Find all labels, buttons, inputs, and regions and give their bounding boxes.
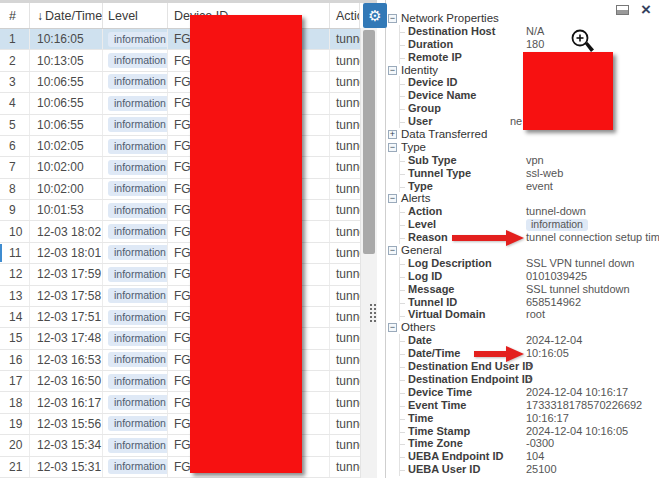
cell-row-number: 17	[0, 371, 30, 391]
table-row[interactable]: 18 12-03 16:17 information FG1K tunnel-d…	[0, 392, 360, 413]
table-row[interactable]: 17 12-03 16:50 information FG1K tunnel-u…	[0, 371, 360, 392]
expander-icon[interactable]: −	[388, 14, 397, 23]
splitter-grip-icon[interactable]	[368, 302, 376, 322]
redaction-box-identity	[523, 52, 613, 130]
cell-row-number: 18	[0, 392, 30, 412]
section-label: Others	[401, 321, 436, 334]
cell-datetime: 10:01:53	[30, 200, 103, 220]
field-label: Log ID	[408, 270, 442, 282]
expander-icon[interactable]: −	[388, 143, 397, 152]
table-scrollbar[interactable]	[360, 28, 377, 478]
table-row[interactable]: 12 12-03 17:59 information FG1K tunnel-u…	[0, 264, 360, 285]
field-label: Level	[408, 218, 436, 230]
level-badge: information	[108, 352, 168, 367]
field-value: -0300	[526, 437, 554, 450]
expander-icon[interactable]: −	[388, 323, 397, 332]
field-value: information	[526, 219, 588, 231]
table-row[interactable]: 11 12-03 18:01 information FG1K tunnel-d…	[0, 243, 360, 264]
field-value: 2024-12-04	[526, 334, 582, 347]
field-row: Reason tunnel connection setup timeout	[400, 231, 659, 244]
table-row[interactable]: 10 12-03 18:02 information FG1K tunnel-d…	[0, 221, 360, 242]
level-badge: information	[108, 53, 168, 68]
level-badge: information	[108, 32, 168, 47]
table-row[interactable]: 20 12-03 15:34 information FG1K tunnel-d…	[0, 435, 360, 456]
field-value: 1733318178570226692	[526, 399, 642, 412]
cell-datetime: 10:06:55	[30, 93, 103, 113]
expander-icon[interactable]: −	[388, 194, 397, 203]
field-label: Device Name	[408, 89, 477, 101]
cell-datetime: 12-03 17:58	[30, 286, 103, 306]
section-header[interactable]: − General	[386, 244, 659, 257]
cell-row-number: 8	[0, 179, 30, 199]
field-label: Duration	[408, 38, 453, 50]
scrollbar-thumb[interactable]	[363, 30, 375, 254]
field-row: Time 10:16:17	[400, 412, 659, 425]
table-row[interactable]: 2 10:13:05 information FG1K tunnel-up	[0, 50, 360, 71]
panel-section: − General Log Description SSL VPN tunnel…	[386, 244, 659, 321]
expander-icon[interactable]: −	[388, 66, 397, 75]
table-row[interactable]: 16 12-03 16:53 information FG1K tunnel-d…	[0, 350, 360, 371]
section-header[interactable]: − Type	[386, 141, 659, 154]
table-row[interactable]: 14 12-03 17:51 information FG1K tunnel-d…	[0, 307, 360, 328]
field-row: Time Stamp 2024-12-04 10:16:05	[400, 425, 659, 438]
column-header-level[interactable]: Level	[103, 3, 168, 28]
cell-action: tunnel-up	[330, 200, 360, 220]
field-label: Action	[408, 205, 442, 217]
column-header-number[interactable]: #	[0, 3, 30, 28]
field-label: UEBA User ID	[408, 463, 480, 475]
level-badge: information	[108, 117, 168, 132]
field-value: SSL tunnel shutdown	[526, 283, 630, 296]
field-value: 3	[526, 373, 532, 386]
section-header[interactable]: − Others	[386, 321, 659, 334]
field-row: UEBA User ID 25100	[400, 463, 659, 476]
cell-datetime: 10:02:00	[30, 157, 103, 177]
field-value: 180	[526, 38, 544, 51]
level-badge: information	[108, 459, 168, 474]
table-row[interactable]: 1 10:16:05 information FG1K tunnel-down	[0, 29, 360, 50]
cell-row-number: 3	[0, 72, 30, 92]
field-label: Time Stamp	[408, 425, 470, 437]
table-row[interactable]: 4 10:06:55 information FG1K tunnel-down	[0, 93, 360, 114]
field-value: 104	[526, 450, 544, 463]
panel-splitter[interactable]	[377, 0, 386, 478]
cell-action: tunnel-up	[330, 157, 360, 177]
field-value: ssl-web	[526, 167, 563, 180]
cell-datetime: 10:06:55	[30, 72, 103, 92]
table-row[interactable]: 6 10:02:05 information FG1K tunnel-up	[0, 136, 360, 157]
table-row[interactable]: 19 12-03 15:56 information FG1K tunnel-u…	[0, 414, 360, 435]
table-row[interactable]: 21 12-03 15:31 information FG1K tunnel-u…	[0, 457, 360, 478]
cell-row-number: 21	[0, 457, 30, 477]
expander-icon[interactable]: −	[388, 246, 397, 255]
field-label: Tunnel ID	[408, 296, 457, 308]
field-value: root	[526, 308, 545, 321]
field-value: N/A	[526, 25, 544, 38]
cell-row-number: 9	[0, 200, 30, 220]
table-row[interactable]: 9 10:01:53 information FG1K tunnel-up	[0, 200, 360, 221]
field-value: 10:16:17	[526, 412, 569, 425]
table-row[interactable]: 8 10:02:00 information FG1K tunnel-down	[0, 179, 360, 200]
section-header[interactable]: − Alerts	[386, 192, 659, 205]
field-value: 0101039425	[526, 270, 587, 283]
sort-desc-icon: ↓	[37, 9, 43, 23]
table-row[interactable]: 3 10:06:55 information FG1K tunnel-down	[0, 72, 360, 93]
cell-action: tunnel-down	[330, 392, 360, 412]
panel-section: − Others Date 2024-12-04 Date/Time 10:16…	[386, 321, 659, 476]
restore-window-icon[interactable]	[616, 5, 629, 15]
field-value: 25100	[526, 463, 557, 476]
table-row[interactable]: 15 12-03 17:48 information FG1K tunnel-u…	[0, 328, 360, 349]
cell-action: tunnel-up	[330, 457, 360, 477]
field-row: Destination End User ID 3	[400, 360, 659, 373]
cell-row-number: 6	[0, 136, 30, 156]
table-row[interactable]: 5 10:06:55 information FG1K tunnel-down	[0, 115, 360, 136]
close-icon[interactable]: ×	[641, 3, 651, 17]
field-row: Tunnel Type ssl-web	[400, 167, 659, 180]
expander-icon[interactable]: +	[388, 130, 397, 139]
level-badge: information	[108, 245, 168, 260]
zoom-in-cursor-icon	[570, 28, 597, 55]
table-row[interactable]: 7 10:02:00 information FG1K tunnel-up	[0, 157, 360, 178]
column-settings-button[interactable]: ⚙	[363, 3, 387, 28]
cell-action: tunnel-down	[330, 350, 360, 370]
column-header-action[interactable]: Action	[330, 3, 360, 28]
table-row[interactable]: 13 12-03 17:58 information FG1K tunnel-u…	[0, 286, 360, 307]
column-header-datetime[interactable]: ↓ Date/Time	[30, 3, 103, 28]
